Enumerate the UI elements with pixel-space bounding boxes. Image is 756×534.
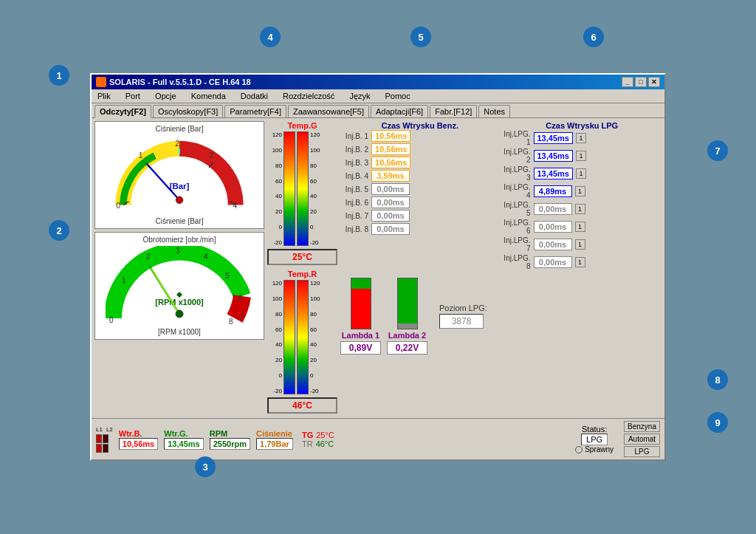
annotation-1: 1 (49, 65, 69, 86)
benz-title: Czas Wtrysku Benz. (340, 121, 500, 130)
menu-port[interactable]: Port (123, 91, 143, 101)
btn-automat[interactable]: Automat (624, 434, 660, 445)
tab-adaptacji[interactable]: Adaptacji[F6] (371, 105, 428, 117)
pressure-gauge-box: Ciśnienie [Bar] (94, 121, 264, 229)
temp-g-bar (284, 131, 295, 246)
tab-odczyty[interactable]: Odczyty[F2] (94, 105, 151, 118)
lpg-inj-btn-1[interactable]: 1 (576, 133, 586, 143)
lpg-inj-value-2: 13,45ms (534, 150, 573, 162)
tab-fabr[interactable]: Fabr.[F12] (430, 105, 477, 117)
tab-bar: Odczyty[F2] Oscyloskopy[F3] Parametry[F4… (92, 103, 664, 118)
led-l2-top (103, 434, 109, 443)
tab-oscyloskopy[interactable]: Oscyloskopy[F3] (153, 105, 223, 117)
lpg-inj-btn-7[interactable]: 1 (575, 239, 585, 250)
menu-pomoc[interactable]: Pomoc (382, 91, 413, 101)
lpg-inj-btn-2[interactable]: 1 (576, 151, 586, 161)
led-l2-bottom (103, 444, 109, 453)
lpg-inj-label-4: Inj.LPG. 4 (503, 183, 531, 199)
lpg-inj-value-3: 13,45ms (534, 168, 573, 179)
temp-r-bar (297, 131, 309, 246)
lpg-inj-label-5: Inj.LPG. 5 (503, 201, 531, 217)
rpm-gauge-box: Obrotomierz [obr./min] 0 1 2 (94, 232, 264, 340)
tab-zaawansowane[interactable]: Zaawansowane[F5] (288, 105, 369, 117)
menu-bar: Plik Port Opcje Komenda Dodatki Rozdziel… (92, 89, 664, 103)
tab-parametry[interactable]: Parametry[F4] (224, 105, 286, 117)
led-row-top (96, 434, 113, 443)
led-labels: L1L2 (96, 426, 113, 433)
led-row-bottom (96, 444, 113, 453)
tab-notes[interactable]: Notes (478, 105, 510, 117)
lpg-inj-btn-4[interactable]: 1 (575, 186, 585, 196)
mode-buttons: Benzyna Automat LPG (624, 421, 660, 457)
window-frame: SOLARIS - Full v.5.5.1.D - CE H.64 18 _ … (90, 73, 666, 461)
temp-r-scale-right: 120100806040200-20 (310, 280, 325, 394)
menu-dodatki[interactable]: Dodatki (238, 91, 271, 101)
lpg-inj-value-6: 0,00ms (534, 221, 572, 233)
temp-r-bar-right (297, 280, 309, 394)
temp-g-scale-right: 120100806040200-20 (310, 131, 325, 246)
svg-text:1: 1 (139, 151, 143, 160)
svg-text:8: 8 (229, 318, 233, 326)
close-button[interactable]: ✕ (648, 77, 660, 87)
benz-inj-row-8: Inj.B. 8 0,00ms (340, 223, 500, 235)
lambda1-box: Lambda 1 0,89V (340, 278, 381, 355)
cis-value: 1,79Bar (256, 438, 293, 450)
sprawny-label: Sprawny (585, 445, 614, 453)
rpm-value: 2550rpm (210, 438, 250, 450)
lpg-inj-label-6: Inj.LPG. 6 (503, 219, 531, 235)
svg-text:4: 4 (233, 202, 237, 210)
led-indicators: L1L2 (96, 426, 113, 453)
benz-inj-value-8: 0,00ms (371, 223, 410, 235)
cis-label: Ciśnienie (256, 429, 293, 438)
lpg-inj-btn-3[interactable]: 1 (576, 168, 586, 179)
minimize-button[interactable]: _ (622, 77, 633, 87)
lpg-inj-btn-5[interactable]: 1 (575, 204, 585, 214)
svg-line-25 (151, 268, 179, 314)
title-bar: SOLARIS - Full v.5.5.1.D - CE H.64 18 _ … (92, 75, 664, 89)
benz-inj-value-4: 3,59ms (371, 170, 410, 182)
tg-tr-section: TG 25°C TR 46°C (302, 431, 334, 448)
maximize-button[interactable]: □ (635, 77, 647, 87)
annotation-7: 7 (707, 140, 728, 161)
lpg-inj-label-3: Inj.LPG. 3 (503, 165, 531, 182)
lpg-inj-btn-6[interactable]: 1 (575, 222, 585, 232)
menu-rozdzielczosc[interactable]: Rozdzielczość (280, 91, 337, 101)
menu-opcje[interactable]: Opcje (152, 91, 179, 101)
benz-inj-label-7: Inj.B. 7 (340, 212, 368, 220)
benz-inj-row-4: Inj.B. 4 3,59ms (340, 170, 500, 182)
temp-r-display: 46°C (267, 397, 337, 414)
benz-inj-row-2: Inj.B. 2 10,56ms (340, 143, 500, 155)
pressure-gauge-label: Ciśnienie [Bar] (98, 217, 261, 225)
lpg-inj-row-3: Inj.LPG. 3 13,45ms 1 (503, 165, 662, 182)
rpm-label: RPM (210, 429, 250, 438)
menu-komenda[interactable]: Komenda (188, 91, 229, 101)
lpg-inj-label-7: Inj.LPG. 7 (503, 236, 531, 253)
btn-benzyna[interactable]: Benzyna (624, 421, 660, 432)
lpg-inj-row-5: Inj.LPG. 5 0,00ms 1 (503, 201, 662, 217)
svg-text:1: 1 (122, 276, 126, 284)
lpg-inj-row-2: Inj.LPG. 2 13,45ms 1 (503, 148, 662, 164)
lpg-inj-value-1: 13,45ms (534, 132, 573, 144)
lambda1-bar (351, 278, 371, 329)
lpg-inj-row-1: Inj.LPG. 1 13,45ms 1 (503, 130, 662, 146)
tr-value: 46°C (316, 439, 334, 448)
lpg-inj-btn-8[interactable]: 1 (575, 257, 585, 267)
lpg-level-section: Poziom LPG: 3878 (439, 304, 487, 329)
lpg-level-label: Poziom LPG: (439, 304, 487, 312)
lpg-inj-row-4: Inj.LPG. 4 4,89ms 1 (503, 183, 662, 199)
menu-jezyk[interactable]: Język (346, 91, 373, 101)
sprawny-radio[interactable] (575, 446, 583, 453)
lpg-inj-label-1: Inj.LPG. 1 (503, 130, 531, 146)
btn-lpg[interactable]: LPG (624, 446, 660, 457)
right-panel: Czas Wtrysku Benz. Inj.B. 1 10,56ms Inj.… (340, 121, 662, 415)
menu-plik[interactable]: Plik (94, 91, 114, 101)
status-label: Status: (582, 425, 607, 434)
lpg-inj-row-6: Inj.LPG. 6 0,00ms 1 (503, 219, 662, 235)
temp-r-scale-left: 120100806040200-20 (267, 280, 282, 394)
wtr-b-section: Wtr.B. 10,56ms (119, 429, 158, 450)
benz-inj-value-3: 10,56ms (371, 157, 410, 168)
lpg-inj-row-7: Inj.LPG. 7 0,00ms 1 (503, 236, 662, 253)
status-section: Status: LPG Sprawny (575, 425, 614, 453)
svg-text:3: 3 (176, 247, 180, 255)
svg-text:[RPM x1000]: [RPM x1000] (155, 298, 204, 307)
